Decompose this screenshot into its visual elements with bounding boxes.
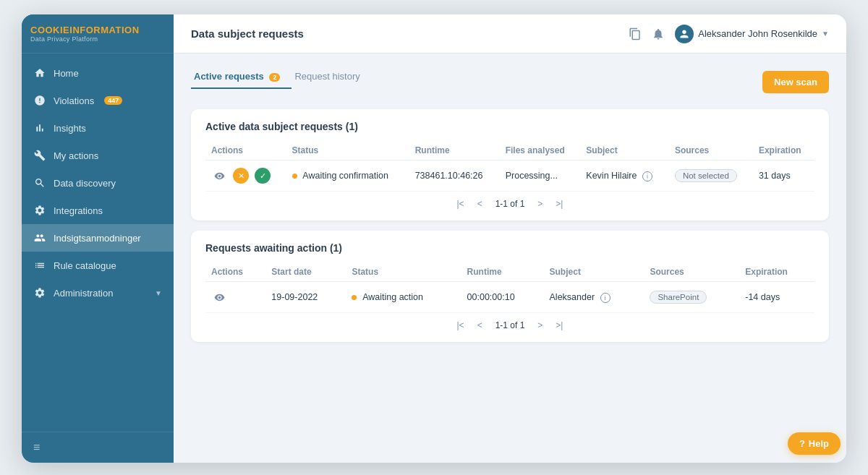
view-button[interactable]: [211, 289, 227, 305]
new-scan-button[interactable]: New scan: [762, 71, 829, 93]
delete-button[interactable]: ✕: [233, 168, 249, 184]
col-files: Files analysed: [500, 140, 581, 161]
help-button[interactable]: ? Help: [788, 432, 841, 455]
wrench-icon: [33, 149, 46, 162]
next-page-button[interactable]: >: [533, 319, 547, 332]
sidebar-item-label: Administration: [54, 288, 113, 299]
col-expiration: Expiration: [753, 140, 814, 161]
action-icons: [211, 289, 260, 305]
sidebar-item-data-discovery[interactable]: Data discovery: [22, 169, 174, 197]
confirm-button[interactable]: ✓: [255, 168, 271, 184]
col-start-date: Start date: [265, 261, 346, 282]
table-row: 19-09-2022 Awaiting action 00:00:00:10 A…: [205, 282, 814, 313]
alert-icon: [33, 94, 46, 107]
start-date-cell: 19-09-2022: [265, 282, 346, 313]
status-dot: [352, 295, 357, 300]
action-icons: ✕ ✓: [211, 168, 281, 184]
user-menu[interactable]: Aleksander John Rosenkilde ▼: [675, 25, 829, 43]
sidebar-item-indsigtsanmodninger[interactable]: Indsigtsanmodninger: [22, 224, 174, 252]
first-page-button[interactable]: |<: [453, 197, 469, 210]
prev-page-button[interactable]: <: [473, 319, 487, 332]
sidebar-item-label: Rule catalogue: [54, 260, 116, 271]
col-subject: Subject: [544, 261, 644, 282]
copy-icon[interactable]: [629, 27, 642, 40]
active-pagination: |< < 1-1 of 1 > >|: [205, 192, 814, 213]
sidebar-item-home[interactable]: Home: [22, 59, 174, 87]
sources-cell: Not selected: [669, 161, 753, 192]
subject-cell: Aleksander i: [544, 282, 644, 313]
runtime-cell: 738461.10:46:26: [409, 161, 500, 192]
sources-chip: SharePoint: [650, 291, 707, 304]
help-icon: ?: [799, 438, 805, 449]
active-requests-header: Active data subject requests (1): [191, 109, 829, 140]
awaiting-table-wrap: Actions Start date Status Runtime Subjec…: [191, 261, 829, 342]
gear-small-icon: [33, 204, 46, 217]
violations-badge: 447: [104, 96, 122, 105]
col-status: Status: [346, 261, 461, 282]
next-page-button[interactable]: >: [533, 197, 547, 210]
sidebar-item-integrations[interactable]: Integrations: [22, 197, 174, 224]
tab-active-requests[interactable]: Active requests 2: [191, 65, 292, 89]
sidebar-nav: Home Violations 447 Insights My acti: [22, 54, 174, 432]
sidebar-item-my-actions[interactable]: My actions: [22, 142, 174, 169]
col-actions: Actions: [205, 140, 286, 161]
sidebar-item-label: Home: [54, 68, 79, 79]
col-subject: Subject: [580, 140, 669, 161]
user-name: Aleksander John Rosenkilde: [698, 28, 817, 39]
sources-cell: SharePoint: [644, 282, 739, 313]
runtime-cell: 00:00:00:10: [461, 282, 544, 313]
sources-chip: Not selected: [675, 169, 737, 182]
active-requests-table-wrap: Actions Status Runtime Files analysed Su…: [191, 140, 829, 221]
awaiting-action-card: Requests awaiting action (1) Actions Sta…: [191, 231, 829, 342]
col-status: Status: [286, 140, 409, 161]
info-icon[interactable]: i: [600, 293, 610, 303]
bar-chart-icon: [33, 121, 46, 134]
files-cell: Processing...: [500, 161, 581, 192]
col-expiration: Expiration: [739, 261, 814, 282]
sidebar-item-administration[interactable]: Administration ▼: [22, 279, 174, 307]
expiration-cell: 31 days: [753, 161, 814, 192]
col-runtime: Runtime: [461, 261, 544, 282]
status-cell: Awaiting confirmation: [286, 161, 409, 192]
subject-cell: Kevin Hilaire i: [580, 161, 669, 192]
active-requests-card: Active data subject requests (1) Actions…: [191, 109, 829, 221]
sidebar-item-label: Indsigtsanmodninger: [54, 233, 141, 244]
chevron-down-icon: ▼: [822, 30, 829, 38]
last-page-button[interactable]: >|: [551, 197, 567, 210]
sidebar-item-label: Violations: [54, 95, 94, 106]
sidebar-logo: COOKIEINFORMATION Data Privacy Platform: [22, 14, 174, 54]
info-icon[interactable]: i: [642, 171, 652, 181]
sidebar-item-label: Data discovery: [54, 178, 116, 189]
list-icon: [33, 259, 46, 272]
status-dot: [292, 174, 297, 179]
expiration-cell: -14 days: [739, 282, 814, 313]
sidebar: COOKIEINFORMATION Data Privacy Platform …: [22, 14, 174, 463]
sidebar-item-label: My actions: [54, 150, 98, 161]
awaiting-table: Actions Start date Status Runtime Subjec…: [205, 261, 814, 313]
col-sources: Sources: [669, 140, 753, 161]
active-requests-badge: 2: [269, 73, 280, 82]
sidebar-item-rule-catalogue[interactable]: Rule catalogue: [22, 252, 174, 279]
page-info: 1-1 of 1: [491, 197, 529, 210]
sidebar-item-label: Integrations: [54, 205, 103, 216]
collapse-button[interactable]: ≡: [33, 441, 162, 454]
search-icon: [33, 176, 46, 189]
avatar: [675, 25, 694, 43]
logo-subtitle: Data Privacy Platform: [30, 35, 165, 43]
view-button[interactable]: [211, 168, 227, 184]
sidebar-item-label: Insights: [54, 123, 86, 134]
chevron-down-icon: ▼: [155, 289, 162, 297]
last-page-button[interactable]: >|: [551, 319, 567, 332]
sidebar-item-violations[interactable]: Violations 447: [22, 87, 174, 114]
gear-icon: [33, 286, 46, 299]
col-sources: Sources: [644, 261, 739, 282]
prev-page-button[interactable]: <: [473, 197, 487, 210]
sidebar-item-insights[interactable]: Insights: [22, 114, 174, 142]
awaiting-action-header: Requests awaiting action (1): [191, 231, 829, 261]
table-row: ✕ ✓ Awaiting confirmation 738461.10:46:2…: [205, 161, 814, 192]
content-area: Active requests 2 Request history New sc…: [174, 54, 846, 463]
first-page-button[interactable]: |<: [453, 319, 469, 332]
home-icon: [33, 67, 46, 80]
tab-request-history[interactable]: Request history: [292, 65, 371, 89]
notification-icon[interactable]: [652, 27, 665, 40]
